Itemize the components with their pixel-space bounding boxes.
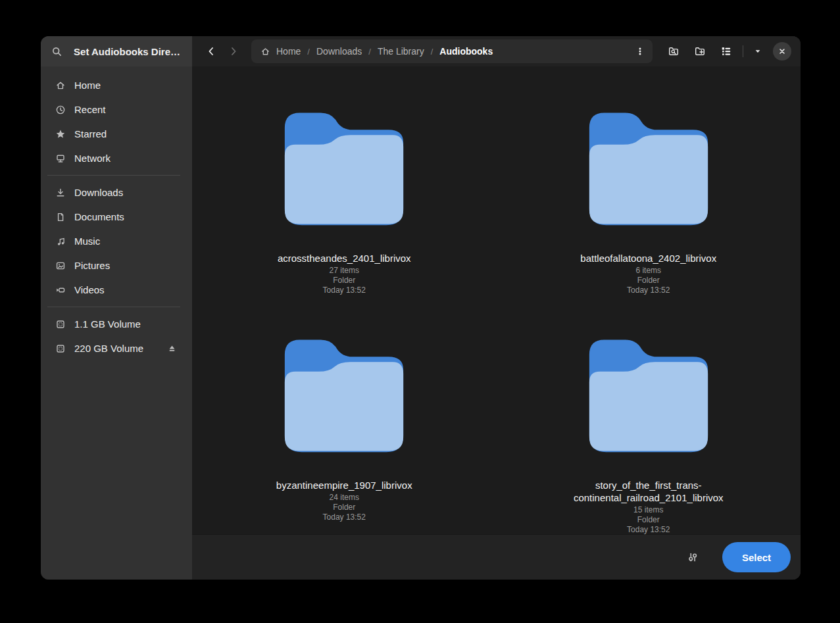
forward-button[interactable] bbox=[222, 40, 245, 62]
sidebar-header: Set Audiobooks Dire… bbox=[41, 36, 192, 66]
sidebar-item-recent[interactable]: Recent bbox=[46, 97, 187, 122]
file-view: acrosstheandes_2401_librivox 27 items Fo… bbox=[192, 66, 801, 580]
folder-item[interactable]: battleofallatoona_2402_librivox 6 items … bbox=[543, 97, 754, 295]
action-bar: Select bbox=[192, 534, 801, 580]
sidebar-divider bbox=[47, 175, 180, 176]
home-icon bbox=[260, 47, 270, 57]
drive-icon bbox=[55, 319, 66, 330]
sidebar-item-label: 220 GB Volume bbox=[74, 343, 143, 354]
new-folder-button[interactable] bbox=[688, 40, 712, 62]
home-icon bbox=[55, 80, 66, 91]
file-kind: Folder bbox=[333, 276, 355, 286]
breadcrumb: Home / Downloads / The Library / Audiobo… bbox=[251, 39, 653, 63]
recent-icon bbox=[55, 105, 66, 115]
sidebar-item-label: Starred bbox=[74, 128, 107, 139]
breadcrumb-item-the-library[interactable]: The Library bbox=[378, 46, 424, 57]
videos-icon bbox=[55, 285, 66, 295]
list-view-icon bbox=[720, 45, 732, 57]
main-pane: Home / Downloads / The Library / Audiobo… bbox=[192, 36, 801, 580]
folder-icon bbox=[276, 324, 412, 462]
sidebar-item-label: 1.1 GB Volume bbox=[74, 318, 141, 330]
eject-button[interactable] bbox=[163, 340, 180, 357]
folder-icon bbox=[581, 97, 716, 235]
eject-icon bbox=[167, 343, 177, 353]
folder-icon bbox=[276, 97, 412, 235]
breadcrumb-separator: / bbox=[307, 47, 310, 57]
sidebar-item-volume-2[interactable]: 220 GB Volume bbox=[46, 336, 187, 361]
file-kind: Folder bbox=[637, 515, 660, 525]
select-button[interactable]: Select bbox=[722, 542, 791, 572]
downloads-icon bbox=[55, 187, 66, 198]
breadcrumb-separator: / bbox=[368, 47, 371, 57]
file-name: byzantineempire_1907_librivox bbox=[276, 479, 412, 491]
drive-icon bbox=[55, 343, 66, 354]
file-name: battleofallatoona_2402_librivox bbox=[580, 252, 716, 264]
view-options-button[interactable] bbox=[749, 40, 766, 62]
sidebar-item-label: Music bbox=[74, 236, 100, 247]
sidebar-item-label: Videos bbox=[74, 284, 105, 295]
file-modified: Today 13:52 bbox=[627, 286, 670, 295]
file-kind: Folder bbox=[333, 503, 355, 512]
sidebar-item-label: Recent bbox=[74, 104, 106, 115]
toolbar-divider bbox=[743, 45, 743, 57]
file-chooser-dialog: Set Audiobooks Dire… Home Recent Starred bbox=[41, 36, 801, 580]
file-name: story_of_the_first_trans-continental_rai… bbox=[566, 479, 731, 504]
close-icon bbox=[778, 47, 787, 56]
list-view-button[interactable] bbox=[714, 40, 738, 62]
sidebar-item-label: Documents bbox=[74, 211, 124, 222]
sidebar-item-volume-1[interactable]: 1.1 GB Volume bbox=[46, 312, 187, 336]
file-modified: Today 13:52 bbox=[323, 286, 366, 295]
sliders-icon bbox=[687, 551, 699, 563]
sidebar-item-network[interactable]: Network bbox=[46, 146, 187, 170]
chevron-down-icon bbox=[753, 47, 762, 56]
star-icon bbox=[55, 129, 66, 139]
sidebar-item-videos[interactable]: Videos bbox=[46, 278, 187, 302]
breadcrumb-item-home[interactable]: Home bbox=[276, 46, 301, 57]
sidebar-item-label: Home bbox=[74, 80, 101, 91]
header-bar: Home / Downloads / The Library / Audiobo… bbox=[192, 36, 801, 66]
folder-item[interactable]: story_of_the_first_trans-continental_rai… bbox=[543, 324, 754, 535]
sidebar-item-home[interactable]: Home bbox=[46, 73, 187, 97]
file-name: acrosstheandes_2401_librivox bbox=[278, 252, 411, 264]
folder-item[interactable]: acrosstheandes_2401_librivox 27 items Fo… bbox=[239, 97, 449, 295]
view-settings-button[interactable] bbox=[681, 545, 704, 569]
close-button[interactable] bbox=[773, 42, 791, 61]
file-kind: Folder bbox=[637, 276, 660, 286]
file-item-count: 24 items bbox=[330, 493, 359, 503]
sidebar: Set Audiobooks Dire… Home Recent Starred bbox=[41, 36, 192, 580]
sidebar-item-downloads[interactable]: Downloads bbox=[46, 180, 187, 205]
sidebar-divider bbox=[47, 307, 180, 307]
network-icon bbox=[55, 153, 66, 164]
music-icon bbox=[55, 236, 66, 247]
breadcrumb-item-audiobooks[interactable]: Audiobooks bbox=[439, 46, 493, 57]
kebab-menu-icon bbox=[635, 46, 645, 57]
folder-plus-icon bbox=[694, 45, 706, 57]
search-icon[interactable] bbox=[51, 46, 62, 57]
back-button[interactable] bbox=[200, 40, 222, 62]
file-modified: Today 13:52 bbox=[627, 525, 670, 535]
breadcrumb-separator: / bbox=[431, 47, 433, 57]
sidebar-item-documents[interactable]: Documents bbox=[46, 205, 187, 229]
file-item-count: 15 items bbox=[633, 505, 663, 515]
sidebar-item-pictures[interactable]: Pictures bbox=[46, 253, 187, 278]
sidebar-item-music[interactable]: Music bbox=[46, 229, 187, 253]
dialog-title: Set Audiobooks Dire… bbox=[74, 46, 184, 57]
folder-icon bbox=[581, 324, 716, 462]
file-item-count: 27 items bbox=[330, 266, 359, 276]
sidebar-item-label: Network bbox=[74, 153, 111, 164]
documents-icon bbox=[55, 212, 66, 222]
file-item-count: 6 items bbox=[635, 266, 661, 276]
sidebar-list: Home Recent Starred Network bbox=[41, 66, 192, 366]
search-folder-button[interactable] bbox=[662, 40, 685, 62]
sidebar-item-starred[interactable]: Starred bbox=[46, 122, 187, 146]
file-grid: acrosstheandes_2401_librivox 27 items Fo… bbox=[192, 66, 801, 535]
sidebar-item-label: Pictures bbox=[74, 260, 110, 271]
sidebar-item-label: Downloads bbox=[74, 187, 123, 198]
breadcrumb-item-downloads[interactable]: Downloads bbox=[316, 46, 362, 57]
folder-search-icon bbox=[668, 45, 679, 57]
file-modified: Today 13:52 bbox=[323, 512, 366, 522]
path-menu-button[interactable] bbox=[629, 41, 651, 62]
folder-item[interactable]: byzantineempire_1907_librivox 24 items F… bbox=[239, 324, 449, 535]
pictures-icon bbox=[55, 261, 66, 271]
